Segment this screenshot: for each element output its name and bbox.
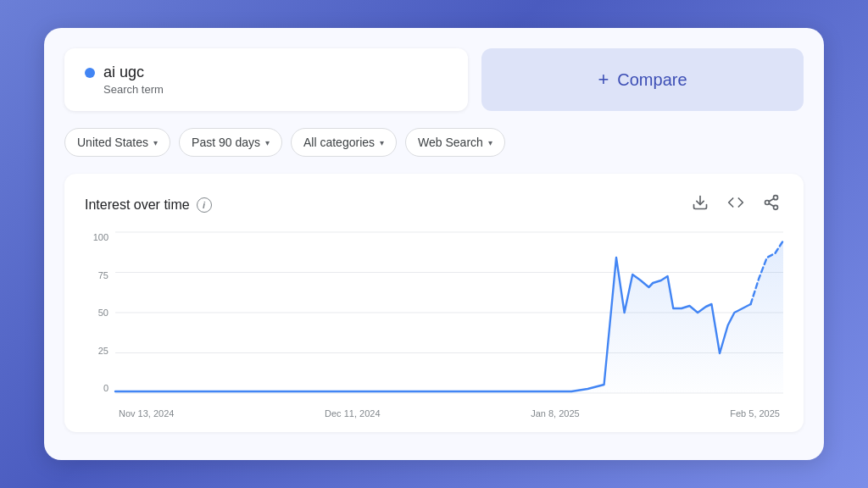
chart-actions	[688, 191, 783, 219]
search-term-info: ai ugc Search term	[103, 64, 164, 96]
main-card: ai ugc Search term + Compare United Stat…	[44, 28, 824, 460]
chevron-down-icon: ▾	[488, 138, 492, 147]
chart-area: 0 25 50 75 100	[85, 232, 783, 419]
x-label-dec: Dec 11, 2024	[325, 408, 380, 419]
filter-category[interactable]: All categories ▾	[291, 128, 397, 157]
chart-title: Interest over time	[85, 197, 190, 213]
y-label-0: 0	[85, 383, 108, 393]
x-label-feb: Feb 5, 2025	[730, 408, 780, 419]
y-label-75: 75	[85, 270, 108, 280]
chevron-down-icon: ▾	[380, 138, 384, 147]
search-term-name: ai ugc	[103, 64, 164, 81]
x-axis-labels: Nov 13, 2024 Dec 11, 2024 Jan 8, 2025 Fe…	[115, 408, 783, 419]
y-label-25: 25	[85, 346, 108, 356]
chevron-down-icon: ▾	[153, 138, 158, 147]
compare-label: Compare	[617, 70, 687, 90]
filter-category-label: All categories	[303, 136, 375, 149]
chevron-down-icon: ▾	[265, 138, 270, 147]
filter-type[interactable]: Web Search ▾	[405, 128, 505, 157]
embed-icon[interactable]	[724, 191, 748, 219]
download-icon[interactable]	[688, 191, 712, 219]
filter-time-label: Past 90 days	[192, 136, 260, 149]
compare-box[interactable]: + Compare	[481, 48, 804, 111]
chart-header: Interest over time i	[85, 191, 783, 219]
filter-type-label: Web Search	[418, 136, 483, 149]
chart-inner	[115, 232, 783, 393]
search-term-box: ai ugc Search term	[64, 48, 468, 111]
share-icon[interactable]	[760, 191, 783, 219]
y-label-100: 100	[85, 232, 108, 242]
svg-line-4	[769, 203, 774, 206]
top-row: ai ugc Search term + Compare	[64, 48, 804, 111]
help-icon[interactable]: i	[197, 197, 212, 213]
y-label-50: 50	[85, 308, 108, 318]
search-term-label: Search term	[103, 83, 164, 96]
compare-plus-icon: +	[598, 69, 609, 91]
filter-time[interactable]: Past 90 days ▾	[179, 128, 282, 157]
chart-title-row: Interest over time i	[85, 197, 212, 213]
svg-line-5	[769, 198, 774, 201]
chart-svg	[115, 232, 783, 393]
chart-section: Interest over time i 0 25 50	[64, 174, 804, 432]
filter-row: United States ▾ Past 90 days ▾ All categ…	[64, 128, 804, 157]
filter-region-label: United States	[77, 136, 148, 149]
y-axis-labels: 0 25 50 75 100	[85, 232, 108, 393]
filter-region[interactable]: United States ▾	[64, 128, 170, 157]
x-label-nov: Nov 13, 2024	[119, 408, 174, 419]
search-term-dot	[85, 68, 95, 78]
x-label-jan: Jan 8, 2025	[531, 408, 580, 419]
